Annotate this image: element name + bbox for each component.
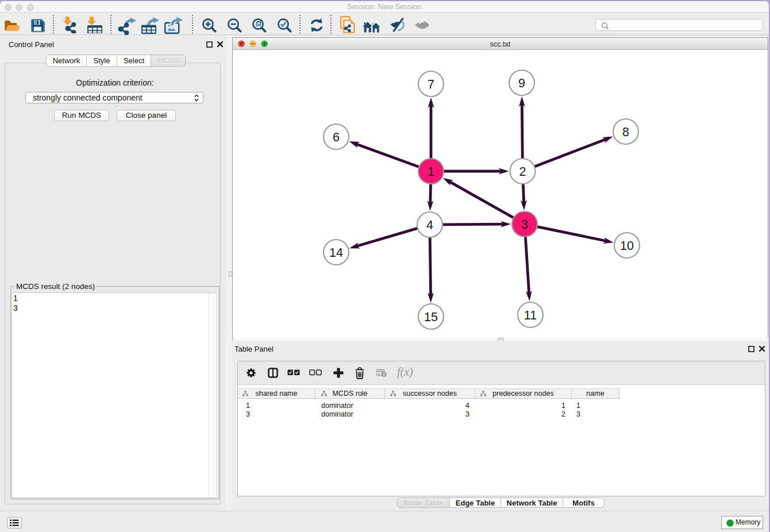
- svg-text:2: 2: [519, 165, 526, 179]
- svg-text:3: 3: [521, 218, 528, 232]
- svg-text:4: 4: [426, 218, 433, 232]
- svg-text:11: 11: [524, 309, 537, 322]
- svg-text:1: 1: [428, 165, 434, 179]
- svg-text:7: 7: [428, 78, 434, 91]
- svg-text:10: 10: [620, 239, 634, 253]
- svg-text:14: 14: [329, 246, 343, 260]
- svg-text:9: 9: [518, 76, 525, 90]
- svg-text:15: 15: [424, 310, 438, 324]
- svg-text:f(x): f(x): [397, 367, 413, 379]
- svg-text:6: 6: [333, 130, 340, 144]
- svg-text:8: 8: [622, 125, 629, 139]
